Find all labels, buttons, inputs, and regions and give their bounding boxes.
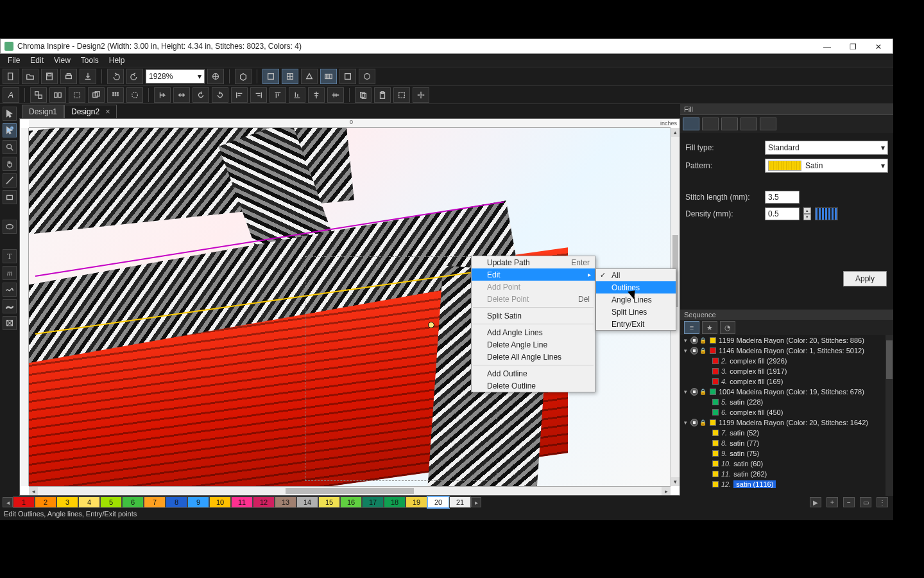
reshape-tool[interactable] bbox=[3, 123, 17, 137]
align-left-button[interactable] bbox=[231, 87, 248, 103]
submenu-item[interactable]: Entry/Exit bbox=[596, 318, 676, 330]
context-menu-item[interactable]: Add Angle Lines bbox=[472, 326, 595, 338]
expand-icon[interactable]: ▾ bbox=[684, 347, 690, 354]
zoom-combo[interactable]: 1928% ▾ bbox=[146, 69, 205, 83]
scroll-down-icon[interactable]: ▾ bbox=[671, 477, 680, 486]
palette-color[interactable]: 14 bbox=[296, 496, 318, 508]
ungroup-button[interactable] bbox=[49, 87, 66, 103]
visibility-icon[interactable] bbox=[690, 388, 698, 396]
visibility-icon[interactable] bbox=[690, 337, 698, 344]
path-node[interactable] bbox=[428, 322, 434, 328]
sequence-item[interactable]: 11. satin (262) bbox=[680, 469, 886, 479]
grid-dots-button[interactable] bbox=[107, 87, 124, 103]
zoom-tool[interactable] bbox=[3, 140, 17, 154]
stitch-start-button[interactable] bbox=[154, 87, 171, 103]
sequence-remove-button[interactable]: − bbox=[843, 497, 855, 507]
expand-icon[interactable]: ▾ bbox=[684, 389, 690, 395]
select-within-button[interactable] bbox=[69, 87, 85, 103]
view-stitches-button[interactable] bbox=[320, 69, 337, 84]
palette-color[interactable]: 16 bbox=[340, 496, 362, 508]
lock-icon[interactable]: 🔒 bbox=[699, 419, 706, 426]
scroll-thumb[interactable] bbox=[286, 488, 414, 494]
sequence-scrollbar[interactable] bbox=[886, 335, 893, 496]
monogram-tool[interactable]: m bbox=[3, 266, 17, 280]
palette-color[interactable]: 19 bbox=[406, 496, 427, 508]
view-commands-button[interactable] bbox=[359, 69, 375, 84]
satin-tool[interactable] bbox=[3, 299, 17, 313]
group-button[interactable] bbox=[30, 87, 47, 103]
print-button[interactable] bbox=[60, 69, 77, 84]
lock-icon[interactable]: 🔒 bbox=[699, 347, 706, 354]
shapes-tool[interactable] bbox=[3, 190, 17, 204]
fill-tab-fill[interactable] bbox=[683, 118, 699, 130]
sequence-item[interactable]: 12. satin (1116) bbox=[680, 479, 886, 489]
stitch-center-button[interactable] bbox=[173, 87, 190, 103]
fill-tab-commands[interactable] bbox=[760, 118, 776, 130]
scroll-up-icon[interactable]: ▴ bbox=[671, 128, 680, 137]
copy-button[interactable] bbox=[355, 87, 372, 103]
sequence-item[interactable]: 5. satin (228) bbox=[680, 397, 886, 407]
palette-color[interactable]: 21 bbox=[449, 496, 471, 508]
view-realistic-button[interactable] bbox=[262, 69, 279, 84]
palette-color[interactable]: 18 bbox=[384, 496, 406, 508]
sequence-group[interactable]: ▾ 🔒 1004 Madeira Rayon (Color: 19, Stitc… bbox=[680, 387, 886, 397]
view-hoop-button[interactable] bbox=[301, 69, 318, 84]
stitch-length-field[interactable] bbox=[765, 191, 800, 204]
run-stitch-tool[interactable] bbox=[3, 283, 17, 297]
sequence-group[interactable]: ▾ 🔒 1199 Madeira Rayon (Color: 20, Stitc… bbox=[680, 417, 886, 428]
menu-edit[interactable]: Edit bbox=[25, 55, 49, 66]
sequence-add-button[interactable]: ＋ bbox=[826, 497, 838, 507]
sequence-group[interactable]: ▾ 🔒 1146 Madeira Rayon (Color: 1, Stitch… bbox=[680, 346, 886, 356]
menu-help[interactable]: Help bbox=[104, 55, 130, 66]
menu-view[interactable]: View bbox=[49, 55, 76, 66]
close-icon[interactable]: × bbox=[105, 107, 110, 116]
lock-icon[interactable]: 🔒 bbox=[699, 389, 706, 395]
rotate-right-button[interactable] bbox=[212, 87, 228, 103]
fill-type-combo[interactable]: Standard ▾ bbox=[765, 141, 888, 155]
palette-color[interactable]: 10 bbox=[209, 496, 231, 508]
sequence-play-button[interactable]: ▶ bbox=[810, 497, 821, 507]
visibility-icon[interactable] bbox=[690, 419, 698, 426]
align-vcenter-button[interactable] bbox=[327, 87, 344, 103]
sequence-item[interactable]: 6. complex fill (450) bbox=[680, 407, 886, 417]
align-right-button[interactable] bbox=[250, 87, 267, 103]
align-bottom-button[interactable] bbox=[289, 87, 305, 103]
palette-color[interactable]: 3 bbox=[56, 496, 78, 508]
sequence-collapse-button[interactable]: ▭ bbox=[860, 497, 871, 507]
density-stepper[interactable]: ▴▾ bbox=[803, 207, 811, 220]
tab-design2[interactable]: Design2 × bbox=[64, 105, 117, 118]
pattern-combo[interactable]: Satin ▾ bbox=[765, 159, 888, 173]
context-menu-item[interactable]: Add Outline bbox=[472, 367, 595, 380]
palette-color[interactable]: 7 bbox=[144, 496, 166, 508]
sequence-item[interactable]: 4. complex fill (169) bbox=[680, 376, 886, 387]
fill-tab-pull[interactable] bbox=[721, 118, 738, 130]
palette-prev-icon[interactable]: ◂ bbox=[3, 497, 13, 507]
scroll-right-icon[interactable]: ▸ bbox=[662, 487, 671, 495]
view-3d-button[interactable] bbox=[235, 69, 252, 84]
apply-button[interactable]: Apply bbox=[843, 271, 887, 286]
expand-icon[interactable]: ▾ bbox=[684, 337, 690, 344]
combine-button[interactable] bbox=[88, 87, 105, 103]
window-maximize-button[interactable]: ❐ bbox=[840, 39, 866, 55]
submenu-item[interactable]: ✓All bbox=[596, 269, 676, 281]
export-button[interactable] bbox=[80, 69, 96, 84]
redo-button[interactable] bbox=[126, 69, 143, 84]
sequence-menu-button[interactable]: ⋮ bbox=[877, 497, 888, 507]
window-close-button[interactable]: ✕ bbox=[866, 39, 891, 55]
palette-next-icon[interactable]: ▸ bbox=[471, 497, 481, 507]
sequence-options-button[interactable]: ◔ bbox=[720, 321, 735, 334]
selection-bounds-button[interactable] bbox=[393, 87, 410, 103]
window-minimize-button[interactable]: — bbox=[814, 39, 840, 55]
sequence-favorites-button[interactable]: ★ bbox=[702, 321, 717, 334]
sequence-list-view-button[interactable]: ≡ bbox=[684, 321, 699, 334]
palette-color[interactable]: 6 bbox=[122, 496, 144, 508]
measure-tool[interactable] bbox=[3, 173, 17, 188]
lettering-tool[interactable]: T bbox=[3, 249, 17, 263]
fill-tab-underlay[interactable] bbox=[702, 118, 719, 130]
tab-design1[interactable]: Design1 bbox=[22, 105, 64, 118]
palette-color[interactable]: 15 bbox=[318, 496, 340, 508]
submenu-item[interactable]: Angle Lines bbox=[596, 293, 676, 306]
open-button[interactable] bbox=[22, 69, 38, 84]
save-button[interactable] bbox=[41, 69, 58, 84]
context-menu-item[interactable]: Delete Outline bbox=[472, 380, 595, 392]
